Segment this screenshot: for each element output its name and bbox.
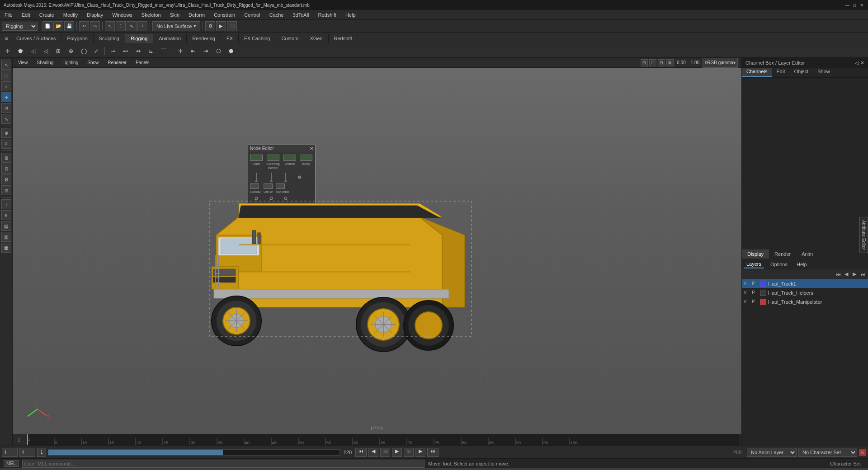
layers-tab[interactable]: Layers bbox=[744, 260, 764, 268]
rewind-to-start-btn[interactable]: ⏮ bbox=[355, 448, 367, 457]
tab-anim-layers[interactable]: Anim bbox=[796, 249, 818, 258]
tab-curves-surfaces[interactable]: Curves / Surfaces bbox=[11, 34, 61, 43]
lp-move-btn[interactable]: ✛ bbox=[1, 92, 11, 102]
tab-display-layers[interactable]: Display bbox=[742, 249, 769, 258]
vp-menu-show[interactable]: Show bbox=[85, 60, 100, 66]
tool-select[interactable]: ✛ bbox=[2, 45, 14, 57]
3d-viewport[interactable]: Node Editor ✕ Door SteeringWheel bbox=[13, 68, 741, 434]
attribute-editor-tab[interactable]: Attribute Editor bbox=[859, 217, 868, 253]
menu-skeleton[interactable]: Skeleton bbox=[140, 12, 163, 18]
tool-rotate[interactable]: ◯ bbox=[78, 45, 90, 57]
vp-ctrl-4[interactable]: ⊠ bbox=[666, 59, 674, 66]
vp-menu-renderer[interactable]: Renderer bbox=[106, 60, 128, 66]
lp-paint-btn[interactable]: ⬦ bbox=[1, 81, 11, 91]
ipr-button[interactable]: ⬛ bbox=[227, 21, 237, 31]
menu-help[interactable]: Help bbox=[344, 12, 358, 18]
timeline-ruler[interactable]: 1 5 10 15 20 25 30 35 bbox=[27, 434, 740, 446]
menu-edit[interactable]: Edit bbox=[20, 12, 32, 18]
lp-icon1[interactable]: ⊟ bbox=[1, 164, 11, 174]
lp-lasso-btn[interactable]: ◌ bbox=[1, 70, 11, 80]
lp-select-btn[interactable]: ↖ bbox=[1, 60, 11, 70]
tool-lattice[interactable]: ⬡ bbox=[212, 45, 224, 57]
current-frame-input[interactable] bbox=[19, 448, 35, 457]
tool-lasso[interactable]: ⬟ bbox=[14, 45, 26, 57]
tab-channels[interactable]: Channels bbox=[742, 68, 772, 77]
layer-v-truck1[interactable]: V bbox=[744, 281, 750, 286]
vp-ctrl-3[interactable]: ⊟ bbox=[658, 59, 665, 66]
lp-icon3[interactable]: ⊡ bbox=[1, 185, 11, 195]
prev-key-btn[interactable]: ◁ bbox=[380, 448, 390, 457]
anim-layer-select[interactable]: No Anim Layer bbox=[747, 448, 797, 457]
layer-item-manipulator[interactable]: V P Haul_Truck_Manipulator bbox=[742, 297, 868, 306]
snap-point-button[interactable]: + bbox=[137, 21, 147, 31]
menu-redshift[interactable]: Redshift bbox=[316, 12, 338, 18]
menu-deform[interactable]: Deform bbox=[187, 12, 207, 18]
menu-control[interactable]: Control bbox=[242, 12, 262, 18]
menu-windows[interactable]: Windows bbox=[110, 12, 134, 18]
layer-p-manipulator[interactable]: P bbox=[752, 299, 758, 304]
render-settings-button[interactable]: ⚙ bbox=[205, 21, 215, 31]
tool-joint[interactable]: ⊸ bbox=[107, 45, 119, 57]
lp-icon4[interactable]: ⋮ bbox=[1, 199, 11, 209]
tab-animation[interactable]: Animation bbox=[153, 34, 187, 43]
minimize-button[interactable]: — bbox=[844, 2, 850, 8]
lp-snap-btn[interactable]: ⊕ bbox=[1, 128, 11, 138]
tool-scale[interactable]: ⤢ bbox=[90, 45, 102, 57]
layer-rewind-btn[interactable]: ⏮ bbox=[835, 271, 842, 278]
auto-key-btn[interactable]: K bbox=[859, 449, 866, 456]
live-surface-dropdown[interactable]: No Live Surface ▾ bbox=[152, 21, 200, 31]
menu-skin[interactable]: Skin bbox=[168, 12, 181, 18]
tool-paint2[interactable]: ◁ bbox=[40, 45, 52, 57]
vp-menu-view[interactable]: View bbox=[16, 60, 30, 66]
vp-gamma-dropdown[interactable]: sRGB gamma▾ bbox=[703, 58, 738, 68]
tab-edit[interactable]: Edit bbox=[772, 68, 789, 77]
snap-curve-button[interactable]: ∿ bbox=[127, 21, 137, 31]
save-scene-button[interactable]: 💾 bbox=[64, 21, 74, 31]
layer-prev-btn[interactable]: ◀ bbox=[843, 271, 850, 278]
tab-show[interactable]: Show bbox=[813, 68, 835, 77]
tab-render-layers[interactable]: Render bbox=[769, 249, 796, 258]
lp-scale-btn[interactable]: ⤡ bbox=[1, 114, 11, 124]
mel-badge[interactable]: MEL bbox=[4, 460, 19, 467]
tool-ik2[interactable]: ↭ bbox=[132, 45, 144, 57]
tab-fx[interactable]: FX bbox=[221, 34, 239, 43]
lp-display-btn[interactable]: ⊞ bbox=[1, 153, 11, 163]
snap-grid-button[interactable]: ⋮ bbox=[116, 21, 126, 31]
tab-sculpting[interactable]: Sculpting bbox=[94, 34, 125, 43]
layer-item-truck1[interactable]: V P Haul_Truck1 bbox=[742, 279, 868, 288]
render-button[interactable]: ▶ bbox=[216, 21, 226, 31]
layer-item-helpers[interactable]: V P Haul_Truck_Helpers bbox=[742, 288, 868, 297]
menu-file[interactable]: File bbox=[3, 12, 14, 18]
vp-menu-panels[interactable]: Panels bbox=[134, 60, 151, 66]
menu-3dtoall[interactable]: 3dToAll bbox=[291, 12, 311, 18]
tool-soft[interactable]: ⬢ bbox=[225, 45, 237, 57]
char-set-select[interactable]: No Character Set bbox=[798, 448, 857, 457]
tool-paint[interactable]: ◁ bbox=[27, 45, 39, 57]
undo-button[interactable]: ↩ bbox=[79, 21, 89, 31]
tool-cluster[interactable]: ⊾ bbox=[145, 45, 157, 57]
forward-to-end-btn[interactable]: ⏭ bbox=[427, 448, 439, 457]
lp-history-btn[interactable]: ⧖ bbox=[1, 139, 11, 149]
tab-xgen[interactable]: XGen bbox=[304, 34, 328, 43]
tool-bend[interactable]: ⌒ bbox=[158, 45, 170, 57]
lp-icon7[interactable]: ▥ bbox=[1, 232, 11, 242]
tool-transform[interactable]: ⊞ bbox=[52, 45, 64, 57]
layer-v-manipulator[interactable]: V bbox=[744, 299, 750, 304]
layer-next-btn[interactable]: ▶ bbox=[851, 271, 858, 278]
menu-modify[interactable]: Modify bbox=[61, 12, 80, 18]
tab-custom[interactable]: Custom bbox=[276, 34, 305, 43]
vp-menu-lighting[interactable]: Lighting bbox=[61, 60, 80, 66]
tab-rigging[interactable]: Rigging bbox=[125, 34, 153, 43]
tab-rendering[interactable]: Rendering bbox=[187, 34, 221, 43]
lp-icon5[interactable]: ≡ bbox=[1, 210, 11, 220]
next-frame-btn[interactable]: ▶ bbox=[415, 448, 425, 457]
vp-menu-shading[interactable]: Shading bbox=[35, 60, 56, 66]
tool-ik[interactable]: ⊷ bbox=[120, 45, 132, 57]
prev-frame-btn[interactable]: ◀ bbox=[368, 448, 378, 457]
new-scene-button[interactable]: 📄 bbox=[42, 21, 52, 31]
frame-start-input[interactable] bbox=[2, 448, 18, 457]
layer-end-btn[interactable]: ⏭ bbox=[859, 271, 866, 278]
layer-v-helpers[interactable]: V bbox=[744, 290, 750, 295]
redo-button[interactable]: ↪ bbox=[90, 21, 100, 31]
layer-p-helpers[interactable]: P bbox=[752, 290, 758, 295]
